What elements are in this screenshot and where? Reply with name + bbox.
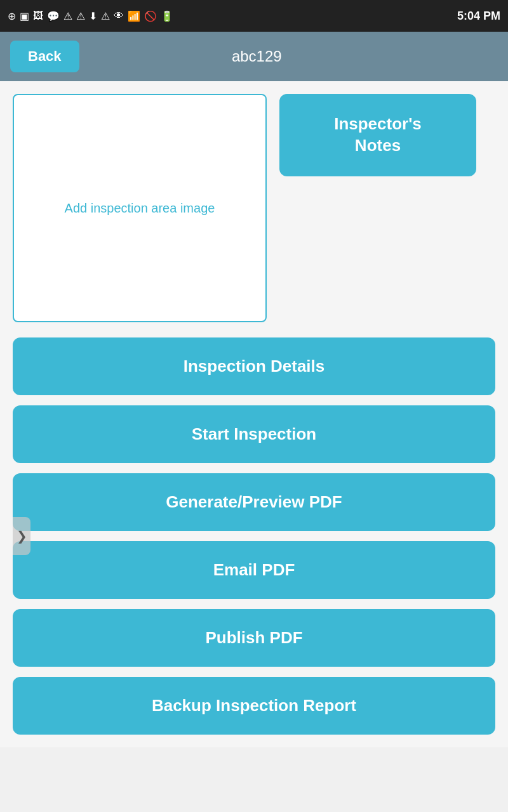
generate-preview-pdf-button[interactable]: Generate/Preview PDF bbox=[13, 473, 495, 531]
publish-pdf-label: Publish PDF bbox=[205, 628, 302, 647]
wifi-icon: 📶 bbox=[128, 10, 140, 22]
inspection-details-label: Inspection Details bbox=[184, 357, 325, 376]
image-icon: 🖼 bbox=[33, 10, 43, 22]
image-placeholder[interactable]: Add inspection area image bbox=[13, 94, 267, 322]
warning-icon-1: ⚠ bbox=[64, 10, 72, 22]
start-inspection-label: Start Inspection bbox=[192, 424, 316, 443]
inspection-details-button[interactable]: Inspection Details bbox=[13, 337, 495, 395]
status-time: 5:04 PM bbox=[457, 10, 500, 23]
inspectors-notes-button[interactable]: Inspector'sNotes bbox=[279, 94, 476, 176]
top-section: Add inspection area image Inspector'sNot… bbox=[13, 94, 495, 322]
add-icon: ⊕ bbox=[8, 10, 16, 22]
warning-icon-2: ⚠ bbox=[76, 10, 85, 22]
status-icons-left: ⊕ ▣ 🖼 💬 ⚠ ⚠ ⬇ ⚠ 👁 📶 🚫 🔋 bbox=[8, 10, 173, 22]
obd-icon: ▣ bbox=[20, 10, 29, 22]
image-placeholder-text: Add inspection area image bbox=[58, 195, 222, 222]
chevron-right-icon: ❯ bbox=[17, 528, 27, 544]
eye-icon: 👁 bbox=[114, 10, 124, 22]
no-icon: 🚫 bbox=[144, 10, 157, 22]
backup-inspection-report-label: Backup Inspection Report bbox=[152, 696, 356, 715]
back-button[interactable]: Back bbox=[10, 41, 79, 72]
inspectors-notes-label: Inspector'sNotes bbox=[334, 114, 422, 157]
side-chevron-button[interactable]: ❯ bbox=[13, 517, 30, 555]
header-title: abc129 bbox=[92, 48, 422, 65]
publish-pdf-button[interactable]: Publish PDF bbox=[13, 609, 495, 667]
battery-icon: 🔋 bbox=[161, 10, 173, 22]
email-pdf-button[interactable]: Email PDF bbox=[13, 541, 495, 599]
header: Back abc129 bbox=[0, 32, 508, 81]
message-icon: 💬 bbox=[47, 10, 60, 22]
email-pdf-label: Email PDF bbox=[213, 560, 295, 579]
download-icon: ⬇ bbox=[89, 10, 97, 22]
start-inspection-button[interactable]: Start Inspection bbox=[13, 405, 495, 463]
generate-preview-pdf-label: Generate/Preview PDF bbox=[166, 492, 342, 511]
backup-inspection-report-button[interactable]: Backup Inspection Report bbox=[13, 677, 495, 735]
buttons-section: ❯ Inspection Details Start Inspection Ge… bbox=[13, 337, 495, 735]
warning-icon-3: ⚠ bbox=[101, 10, 110, 22]
main-content: Add inspection area image Inspector'sNot… bbox=[0, 81, 508, 747]
status-bar: ⊕ ▣ 🖼 💬 ⚠ ⚠ ⬇ ⚠ 👁 📶 🚫 🔋 5:04 PM bbox=[0, 0, 508, 32]
